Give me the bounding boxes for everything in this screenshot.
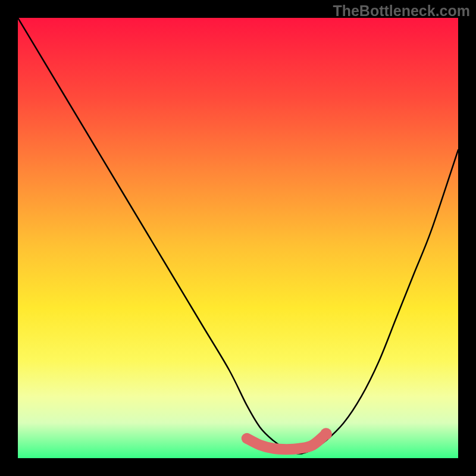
optimal-band	[247, 434, 326, 449]
curve-layer	[18, 18, 458, 458]
plot-area	[18, 18, 458, 458]
chart-frame: TheBottleneck.com	[0, 0, 476, 476]
watermark-text: TheBottleneck.com	[333, 2, 470, 20]
optimal-band-end-dot	[320, 428, 332, 440]
bottleneck-curve	[18, 18, 458, 454]
